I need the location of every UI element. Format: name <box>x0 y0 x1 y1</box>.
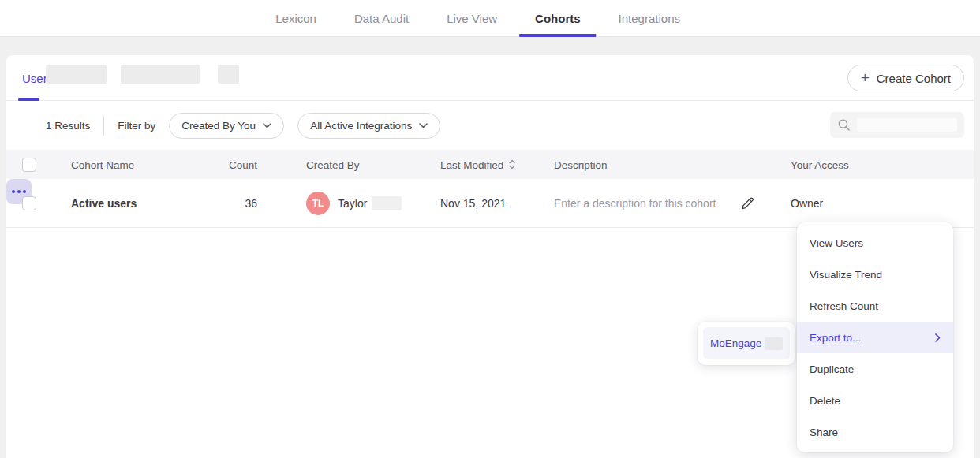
creator-name: Taylor <box>338 197 367 210</box>
top-tab-data-audit[interactable]: Data Audit <box>354 0 409 37</box>
redacted-box <box>857 118 957 132</box>
select-all-checkbox[interactable] <box>22 158 36 172</box>
top-tab-cohorts[interactable]: Cohorts <box>535 0 581 37</box>
ellipsis-icon <box>12 190 16 194</box>
menu-item-export-to[interactable]: Export to... <box>797 322 953 353</box>
filter-bar: 1 Results Filter by Created By You All A… <box>6 101 974 150</box>
redacted-box <box>372 196 402 210</box>
top-tab-live-view[interactable]: Live View <box>447 0 497 37</box>
header-created-by: Created By <box>306 158 360 170</box>
sort-icon <box>508 159 516 170</box>
avatar: TL <box>306 192 330 215</box>
top-nav-bar: Lexicon Data Audit Live View Cohorts Int… <box>0 0 980 37</box>
redacted-box <box>218 65 239 84</box>
row-checkbox[interactable] <box>22 196 36 210</box>
top-tab-integrations[interactable]: Integrations <box>619 0 680 37</box>
search-icon <box>837 117 851 132</box>
table-row: Active users 36 TL Taylor Nov 15, 2021 E… <box>6 179 974 228</box>
submenu-item-moengage[interactable]: MoEngage <box>703 327 790 359</box>
plus-icon: + <box>861 70 870 85</box>
chevron-right-icon <box>935 333 941 342</box>
created-by-dropdown[interactable]: Created By You <box>169 113 284 139</box>
cohort-count: 36 <box>204 197 257 210</box>
access-cell: Owner <box>791 197 823 210</box>
export-to-label: Export to... <box>810 332 861 344</box>
menu-item-delete[interactable]: Delete <box>797 385 953 416</box>
top-tab-lexicon[interactable]: Lexicon <box>275 0 316 37</box>
edit-description-button[interactable] <box>738 193 757 213</box>
header-last-modified[interactable]: Last Modified <box>440 158 516 170</box>
header-last-modified-label: Last Modified <box>440 158 503 170</box>
results-count: 1 Results <box>46 120 90 132</box>
last-modified-cell: Nov 15, 2021 <box>440 197 506 210</box>
description-cell[interactable]: Enter a description for this cohort <box>554 193 757 213</box>
divider <box>103 116 104 136</box>
created-by-cell: TL Taylor <box>306 192 402 215</box>
redacted-box <box>121 65 200 84</box>
header-your-access: Your Access <box>791 158 849 170</box>
menu-item-duplicate[interactable]: Duplicate <box>797 353 953 385</box>
filter-by-label: Filter by <box>118 120 155 132</box>
menu-item-share[interactable]: Share <box>797 416 953 448</box>
integrations-dropdown[interactable]: All Active Integrations <box>297 113 440 139</box>
export-submenu: MoEngage <box>698 322 795 365</box>
menu-item-visualize-trend[interactable]: Visualize Trend <box>797 259 953 290</box>
header-description: Description <box>554 158 608 170</box>
redacted-tabs <box>46 65 239 84</box>
cohort-type-row: User + Create Cohort <box>6 55 974 101</box>
moengage-label: MoEngage <box>710 337 761 349</box>
description-placeholder: Enter a description for this cohort <box>554 197 716 210</box>
menu-item-view-users[interactable]: View Users <box>797 227 953 259</box>
chevron-down-icon <box>419 123 428 128</box>
create-cohort-button[interactable]: + Create Cohort <box>847 65 964 91</box>
redacted-box <box>765 337 783 350</box>
header-count: Count <box>204 158 257 170</box>
tab-user-cohorts[interactable]: User <box>22 72 47 85</box>
pencil-icon <box>739 195 756 211</box>
table-header: Cohort Name Count Created By Last Modifi… <box>6 150 974 179</box>
header-cohort-name: Cohort Name <box>71 158 134 170</box>
chevron-down-icon <box>263 123 271 128</box>
cohort-name-link[interactable]: Active users <box>71 197 137 210</box>
integrations-dropdown-label: All Active Integrations <box>310 120 412 132</box>
created-by-dropdown-label: Created By You <box>181 120 256 132</box>
menu-item-refresh-count[interactable]: Refresh Count <box>797 290 953 322</box>
top-nav-tabs: Lexicon Data Audit Live View Cohorts Int… <box>275 0 680 37</box>
create-cohort-label: Create Cohort <box>877 72 951 85</box>
search-input[interactable] <box>830 112 964 138</box>
redacted-box <box>46 65 107 84</box>
row-context-menu: View Users Visualize Trend Refresh Count… <box>797 222 953 452</box>
